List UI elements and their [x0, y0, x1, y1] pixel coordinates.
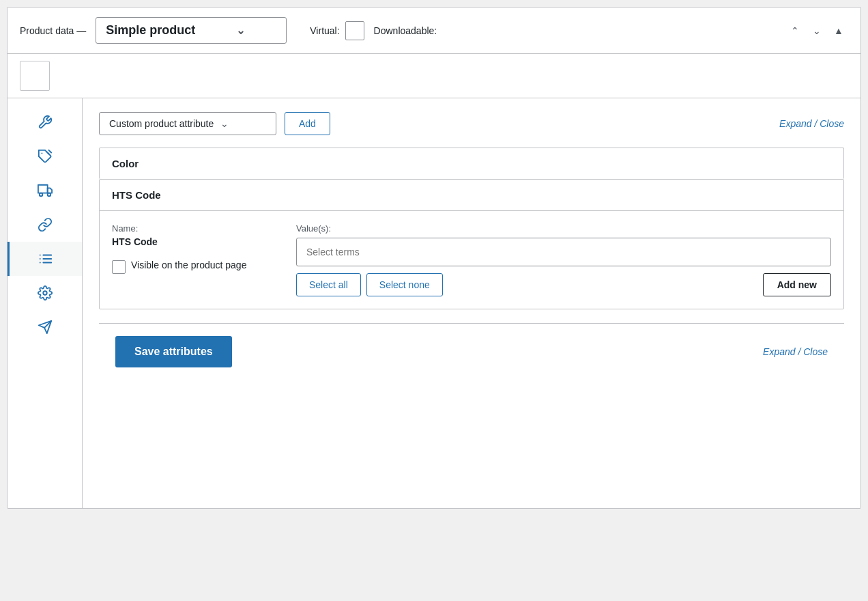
- attr-left-panel: Name: HTS Code Visible on the product pa…: [112, 223, 276, 296]
- attr-right-panel: Value(s): Select all Select none Add new: [296, 223, 831, 296]
- product-type-select[interactable]: Simple product ⌄: [96, 17, 287, 44]
- sidebar-item-general[interactable]: [8, 105, 82, 139]
- sidebar-item-advanced[interactable]: [8, 276, 82, 310]
- link-icon: [38, 217, 53, 232]
- product-data-label: Product data —: [20, 25, 86, 36]
- nav-arrows: ⌃ ⌄ ▲: [785, 21, 848, 40]
- virtual-checkbox[interactable]: [345, 21, 364, 40]
- hts-code-attribute-body: Name: HTS Code Visible on the product pa…: [100, 211, 843, 309]
- list-icon: [38, 251, 53, 266]
- nav-down-icon[interactable]: ⌄: [807, 21, 826, 40]
- svg-point-3: [39, 193, 42, 197]
- custom-icon: [38, 320, 53, 335]
- visible-checkbox[interactable]: [112, 260, 126, 274]
- svg-point-11: [43, 291, 47, 295]
- virtual-label: Virtual:: [310, 25, 339, 36]
- color-attribute-header[interactable]: Color: [100, 148, 843, 179]
- product-type-value: Simple product: [106, 23, 195, 38]
- visible-label: Visible on the product page: [131, 260, 246, 270]
- hts-code-attribute-header[interactable]: HTS Code: [100, 180, 843, 211]
- add-attribute-button[interactable]: Add: [285, 112, 330, 135]
- hts-code-attribute-section: HTS Code Name: HTS Code Visible on the p…: [99, 179, 844, 309]
- add-new-button[interactable]: Add new: [763, 273, 831, 296]
- nav-up-icon[interactable]: ⌃: [785, 21, 805, 40]
- bottom-bar: Save attributes Expand / Close: [99, 323, 844, 380]
- save-attributes-button[interactable]: Save attributes: [115, 336, 232, 367]
- values-actions: Select all Select none Add new: [296, 273, 831, 296]
- attribute-type-select[interactable]: Custom product attribute ⌄: [99, 112, 276, 135]
- wrench-icon: [38, 115, 53, 130]
- svg-marker-2: [47, 188, 51, 193]
- nav-up-solid-icon[interactable]: ▲: [829, 21, 848, 40]
- svg-rect-1: [38, 185, 47, 193]
- name-label: Name:: [112, 223, 276, 234]
- expand-close-link-bottom[interactable]: Expand / Close: [763, 346, 828, 357]
- sidebar-item-tags[interactable]: [8, 139, 82, 173]
- svg-point-4: [47, 193, 50, 197]
- select-terms-input[interactable]: [296, 238, 831, 266]
- visible-row: Visible on the product page: [112, 260, 276, 274]
- sidebar-item-attributes[interactable]: [8, 242, 82, 276]
- gear-icon: [38, 285, 53, 300]
- attribute-type-label: Custom product attribute: [109, 118, 214, 129]
- chevron-down-icon: ⌄: [220, 118, 229, 129]
- select-all-button[interactable]: Select all: [296, 273, 361, 296]
- sidebar-item-shipping[interactable]: [8, 173, 82, 208]
- top-icon-box: [20, 61, 50, 91]
- sidebar: [8, 98, 83, 508]
- downloadable-label: Downloadable:: [374, 25, 437, 36]
- attr-toolbar: Custom product attribute ⌄ Add Expand / …: [99, 112, 844, 135]
- expand-close-link-top[interactable]: Expand / Close: [779, 118, 844, 129]
- select-none-button[interactable]: Select none: [366, 273, 443, 296]
- tags-icon: [38, 149, 53, 164]
- color-attribute-section: Color: [99, 148, 844, 179]
- truck-icon: [38, 183, 53, 198]
- name-value: HTS Code: [112, 236, 276, 247]
- content-area: Custom product attribute ⌄ Add Expand / …: [83, 98, 860, 508]
- sidebar-item-custom[interactable]: [8, 310, 82, 344]
- sidebar-item-linked[interactable]: [8, 208, 82, 242]
- chevron-down-icon: ⌄: [236, 24, 245, 37]
- values-label: Value(s):: [296, 223, 831, 234]
